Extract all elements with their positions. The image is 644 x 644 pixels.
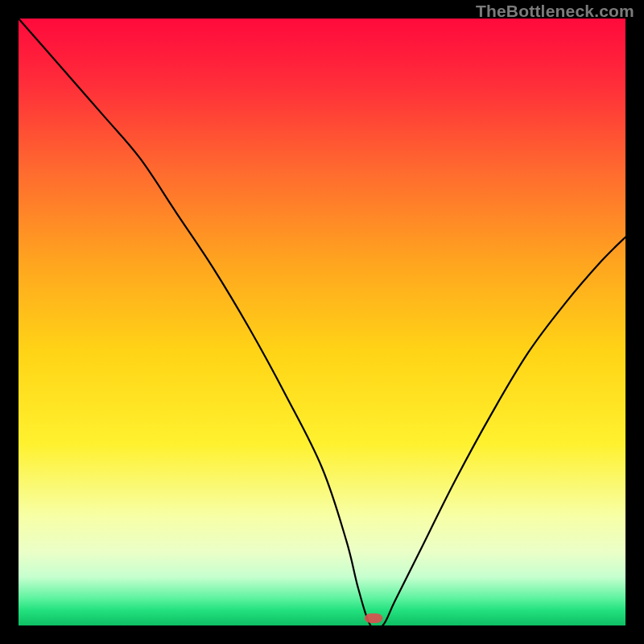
chart-frame: TheBottleneck.com (0, 0, 644, 644)
svg-rect-0 (19, 19, 625, 625)
background-gradient (19, 19, 625, 625)
plot-area (19, 19, 625, 625)
